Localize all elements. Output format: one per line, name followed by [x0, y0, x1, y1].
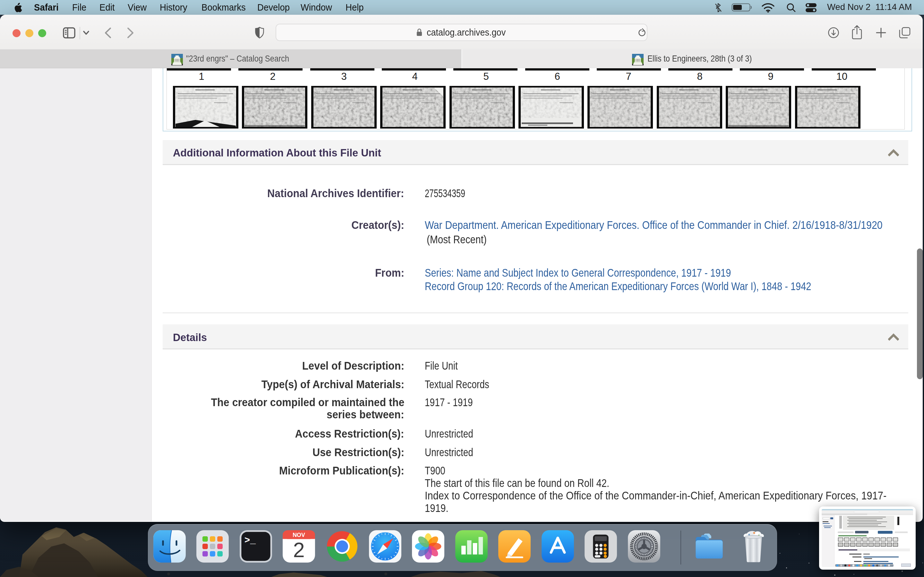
svg-text:2: 2 — [293, 538, 304, 562]
svg-text:NOV: NOV — [292, 532, 305, 538]
svg-text:>_: >_ — [244, 535, 256, 546]
